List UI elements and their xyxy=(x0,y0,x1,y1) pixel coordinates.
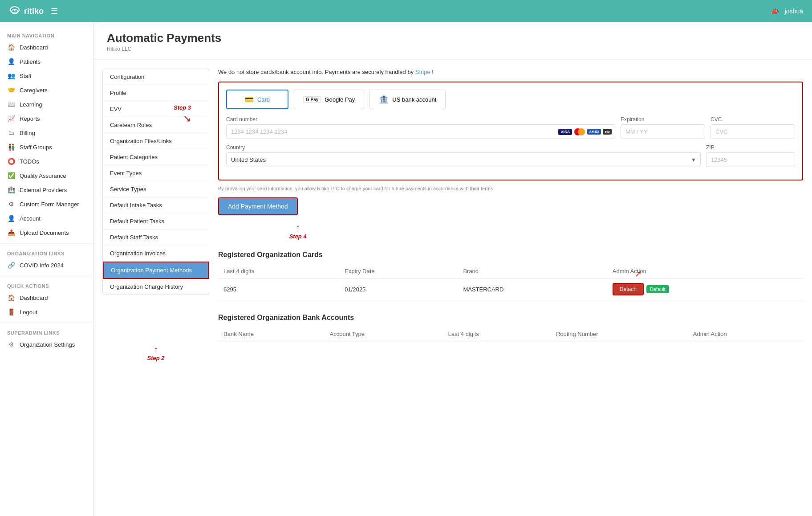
detach-button[interactable]: Detach xyxy=(613,283,644,295)
config-item-patient-categories[interactable]: Patient Categories xyxy=(103,149,209,165)
card-icons: VISA AMEX elo xyxy=(558,128,612,135)
table-header-row: Last 4 digits Expiry Date Brand Admin Ac… xyxy=(218,264,803,278)
sidebar-label-dashboard: Dashboard xyxy=(20,44,48,51)
zip-input[interactable] xyxy=(706,152,795,167)
stripe-link[interactable]: Stripe xyxy=(415,69,430,75)
todos-icon: ⭕ xyxy=(7,158,15,165)
sidebar-item-quality-assurance[interactable]: ✅ Quality Assurance xyxy=(0,168,93,183)
config-item-service-types[interactable]: Service Types xyxy=(103,181,209,197)
sidebar: Main Navigation 🏠 Dashboard 👤 Patients 👥… xyxy=(0,22,93,516)
sidebar-item-custom-form-manager[interactable]: ⚙ Custom Form Manager xyxy=(0,197,93,211)
user-name: joshua xyxy=(785,8,803,15)
table-body: 6295 01/2025 MASTERCARD Detach Default ↙ xyxy=(218,278,803,300)
registered-bank-table: Bank Name Account Type Last 4 digits Rou… xyxy=(218,327,803,341)
consent-text: By providing your card information, you … xyxy=(218,186,803,191)
sidebar-label-billing: Billing xyxy=(20,130,35,136)
registered-bank-accounts-title: Registered Organization Bank Accounts xyxy=(218,314,803,322)
qa-icon: ✅ xyxy=(7,172,15,179)
sidebar-item-account[interactable]: 👤 Account xyxy=(0,211,93,225)
tab-google-pay[interactable]: G Pay Google Pay xyxy=(294,90,364,109)
sidebar-item-dashboard[interactable]: 🏠 Dashboard xyxy=(0,40,93,54)
country-select[interactable]: United States xyxy=(226,152,701,167)
bank-col-type: Account Type xyxy=(325,327,443,341)
zip-group: ZIP xyxy=(706,144,795,167)
sidebar-label-learning: Learning xyxy=(20,101,42,108)
sidebar-item-caregivers[interactable]: 🤝 Caregivers xyxy=(0,83,93,97)
config-item-event-types[interactable]: Event Types xyxy=(103,165,209,181)
sidebar-item-logout[interactable]: 🚪 Logout xyxy=(0,305,93,319)
menu-toggle[interactable]: ☰ xyxy=(51,6,58,16)
tab-us-bank[interactable]: 🏦 US bank account xyxy=(369,90,446,109)
add-payment-button[interactable]: Add Payment Method xyxy=(218,197,298,215)
mastercard-icon xyxy=(574,128,585,135)
home-icon: 🏠 xyxy=(7,44,15,51)
superadmin-label: Superadmin Links xyxy=(0,327,93,337)
step4-annotation: ↑ Step 4 xyxy=(289,222,307,240)
bank-col-routing: Routing Number xyxy=(551,327,688,341)
country-zip-row: Country United States ▼ ZIP xyxy=(226,144,795,167)
tab-card-label: Card xyxy=(257,96,270,103)
reports-icon: 📈 xyxy=(7,115,15,122)
sidebar-item-org-settings[interactable]: ⚙ Organization Settings xyxy=(0,337,93,352)
config-panel: Configuration Profile EVV Careteam Roles… xyxy=(102,69,209,295)
upload-icon: 📤 xyxy=(7,229,15,236)
sidebar-item-patients[interactable]: 👤 Patients xyxy=(0,54,93,69)
card-number-input[interactable] xyxy=(226,124,615,139)
config-item-evv[interactable]: EVV xyxy=(103,101,209,117)
sidebar-label-logout: Logout xyxy=(20,309,37,315)
sidebar-label-qa-dashboard: Dashboard xyxy=(20,295,48,301)
sidebar-item-reports[interactable]: 📈 Reports xyxy=(0,111,93,126)
elo-icon: elo xyxy=(603,129,612,135)
cvc-input[interactable] xyxy=(710,124,795,139)
sidebar-item-billing[interactable]: 🗂 Billing xyxy=(0,126,93,140)
config-item-configuration[interactable]: Configuration xyxy=(103,69,209,85)
sidebar-item-covid-info[interactable]: 🔗 COVID Info 2024 xyxy=(0,258,93,272)
config-item-org-payment-methods[interactable]: Organization Payment Methods xyxy=(103,262,209,279)
col-expiry: Expiry Date xyxy=(339,264,458,278)
sidebar-item-todos[interactable]: ⭕ TODOs xyxy=(0,154,93,168)
col-brand: Brand xyxy=(458,264,607,278)
account-icon: 👤 xyxy=(7,215,15,222)
sidebar-item-staff-groups[interactable]: 👫 Staff Groups xyxy=(0,140,93,154)
tab-bank-label: US bank account xyxy=(392,96,436,103)
config-item-default-patient-tasks[interactable]: Default Patient Tasks xyxy=(103,213,209,229)
billing-icon: 🗂 xyxy=(7,129,15,136)
sidebar-item-learning[interactable]: 📖 Learning xyxy=(0,97,93,111)
expiration-group: Expiration xyxy=(621,116,705,139)
patients-icon: 👤 xyxy=(7,58,15,65)
topbar-left: ritiko ☰ xyxy=(9,5,58,17)
cell-brand: MASTERCARD xyxy=(458,278,607,300)
step2-label: Step 2 xyxy=(147,355,164,361)
sidebar-item-qa-dashboard[interactable]: 🏠 Dashboard xyxy=(0,291,93,305)
sidebar-item-staff[interactable]: 👥 Staff xyxy=(0,69,93,83)
config-item-org-invoices[interactable]: Organization Invoices xyxy=(103,246,209,262)
tab-card[interactable]: 💳 Card xyxy=(226,90,288,109)
visa-icon: VISA xyxy=(558,129,572,135)
step5-arrow-icon: ↙ xyxy=(635,270,641,279)
org-links-label: Organization Links xyxy=(0,247,93,258)
payment-form-wrapper: Step 3 ↘ 💳 Card G Pay Google xyxy=(218,82,803,180)
config-item-default-staff-tasks[interactable]: Default Staff Tasks xyxy=(103,229,209,246)
sidebar-label-form-manager: Custom Form Manager xyxy=(20,201,79,208)
sidebar-label-staff: Staff xyxy=(20,73,32,79)
config-item-profile[interactable]: Profile xyxy=(103,85,209,101)
card-input-wrapper: VISA AMEX elo xyxy=(226,124,615,139)
app-layout: Main Navigation 🏠 Dashboard 👤 Patients 👥… xyxy=(0,22,812,516)
quick-actions-label: Quick Actions xyxy=(0,280,93,291)
cvc-label: CVC xyxy=(710,116,795,123)
sidebar-item-external-providers[interactable]: 🏥 External Providers xyxy=(0,183,93,197)
expiration-input[interactable] xyxy=(621,124,705,139)
config-item-org-charge-history[interactable]: Organization Charge History xyxy=(103,279,209,295)
cvc-group: CVC xyxy=(710,116,795,139)
notification-bell-icon[interactable]: 📣 xyxy=(771,7,780,16)
sidebar-label-patients: Patients xyxy=(20,58,41,65)
config-item-default-intake-tasks[interactable]: Default Intake Tasks xyxy=(103,197,209,213)
sidebar-label-reports: Reports xyxy=(20,115,40,122)
config-item-careteam-roles[interactable]: Careteam Roles xyxy=(103,117,209,133)
divider-2 xyxy=(0,276,93,276)
config-panel-container: Configuration Profile EVV Careteam Roles… xyxy=(102,69,209,341)
sidebar-item-upload-documents[interactable]: 📤 Upload Documents xyxy=(0,225,93,240)
registered-cards-title: Registered Organization Cards xyxy=(218,251,803,259)
gpay-icon: G Pay xyxy=(303,96,321,103)
config-item-org-files[interactable]: Organization Files/Links xyxy=(103,133,209,149)
